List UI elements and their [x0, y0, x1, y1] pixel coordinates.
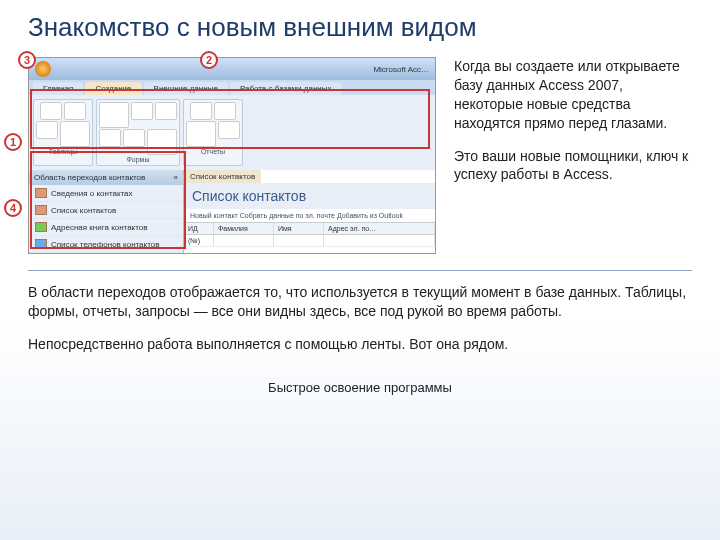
callout-1: 1: [4, 133, 22, 151]
report-icon: [35, 239, 47, 249]
side-paragraph-2: Это ваши новые помощники, ключ к успеху …: [454, 147, 692, 185]
slide-title: Знакомство с новым внешним видом: [28, 12, 692, 43]
ribbon-group-tables: Таблицы: [33, 99, 93, 166]
callout-2: 2: [200, 51, 218, 69]
form-toolbar[interactable]: Новый контакт Собрать данные по эл. почт…: [184, 209, 435, 223]
tab-create[interactable]: Создание: [85, 82, 141, 95]
nav-item[interactable]: Список контактов: [29, 202, 183, 219]
document-area: Список контактов Список контактов Новый …: [184, 170, 435, 253]
btn-table-templates[interactable]: [64, 102, 86, 120]
body-paragraph-1: В области переходов отображается то, что…: [28, 283, 692, 321]
col-lastname[interactable]: Фамилия: [214, 223, 274, 234]
col-firstname[interactable]: Имя: [274, 223, 324, 234]
group-label-tables: Таблицы: [49, 148, 78, 155]
nav-item-label: Сведения о контактах: [51, 189, 133, 198]
side-text: Когда вы создаете или открываете базу да…: [454, 57, 692, 254]
btn-split-form[interactable]: [131, 102, 153, 120]
btn-table[interactable]: [40, 102, 62, 120]
group-label-reports: Отчеты: [201, 148, 225, 155]
cell: [274, 235, 324, 246]
form-title: Список контактов: [184, 183, 435, 209]
ribbon-group-forms: Формы: [96, 99, 180, 166]
btn-sharepoint[interactable]: [36, 121, 58, 139]
window-titlebar: Microsoft Acc…: [29, 58, 435, 80]
btn-multi-items[interactable]: [155, 102, 177, 120]
btn-blank-report[interactable]: [214, 102, 236, 120]
nav-header-label: Область переходов контактов: [34, 173, 145, 182]
report-icon: [35, 222, 47, 232]
nav-item-label: Список телефонов контактов: [51, 240, 159, 249]
btn-report-wizard[interactable]: [218, 121, 240, 139]
tab-home[interactable]: Главная: [33, 82, 83, 95]
cell: [324, 235, 435, 246]
cell: [214, 235, 274, 246]
ribbon-tabs: Главная Создание Внешние данные Работа с…: [29, 80, 435, 95]
nav-item[interactable]: Адресная книга контактов: [29, 219, 183, 236]
divider: [28, 270, 692, 271]
nav-item-label: Адресная книга контактов: [51, 223, 147, 232]
ribbon: Таблицы Формы: [29, 95, 435, 170]
access-screenshot: Microsoft Acc… Главная Создание Внешние …: [28, 57, 436, 254]
callout-3: 3: [18, 51, 36, 69]
callout-4: 4: [4, 199, 22, 217]
app-brand: Microsoft Acc…: [373, 65, 429, 74]
tab-dbtools[interactable]: Работа с базами данных: [230, 82, 342, 95]
group-label-forms: Формы: [127, 156, 150, 163]
chevron-down-icon: «: [174, 173, 178, 182]
table-row[interactable]: (№): [184, 235, 435, 247]
col-email[interactable]: Адрес эл. по…: [324, 223, 435, 234]
btn-form-misc2[interactable]: [123, 129, 145, 147]
tab-external[interactable]: Внешние данные: [144, 82, 228, 95]
office-button[interactable]: [35, 61, 51, 77]
nav-header[interactable]: Область переходов контактов «: [29, 170, 183, 185]
ribbon-group-reports: Отчеты: [183, 99, 243, 166]
nav-item[interactable]: Список телефонов контактов: [29, 236, 183, 253]
btn-form-misc1[interactable]: [99, 129, 121, 147]
document-tab[interactable]: Список контактов: [184, 170, 261, 183]
screenshot-container: 1 2 3 4 Microsoft Acc… Главная Создание …: [28, 57, 436, 254]
col-id[interactable]: ИД: [184, 223, 214, 234]
nav-item-label: Список контактов: [51, 206, 116, 215]
btn-form-design[interactable]: [147, 129, 177, 155]
table-header: ИД Фамилия Имя Адрес эл. по…: [184, 223, 435, 235]
body-paragraph-2: Непосредственно работа выполняется с пом…: [28, 335, 692, 354]
cell: (№): [184, 235, 214, 246]
btn-table-design[interactable]: [60, 121, 90, 147]
btn-report[interactable]: [186, 121, 216, 147]
btn-labels[interactable]: [190, 102, 212, 120]
form-icon: [35, 205, 47, 215]
btn-form[interactable]: [99, 102, 129, 128]
nav-item[interactable]: Сведения о контактах: [29, 185, 183, 202]
side-paragraph-1: Когда вы создаете или открываете базу да…: [454, 57, 692, 133]
footer-text: Быстрое освоение программы: [28, 380, 692, 395]
form-icon: [35, 188, 47, 198]
navigation-pane: Область переходов контактов « Сведения о…: [29, 170, 184, 253]
